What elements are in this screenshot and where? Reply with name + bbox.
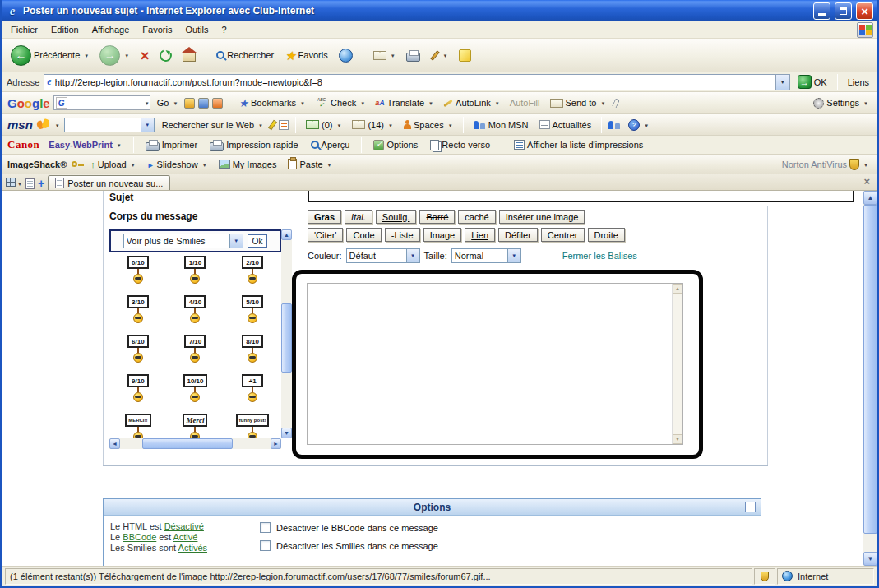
bbcode-button[interactable]: Code (346, 228, 381, 242)
page-scrollbar[interactable]: ▲ ▼ (863, 191, 877, 566)
smiley-item[interactable]: 9/10 (109, 374, 167, 411)
address-input[interactable]: http://2erep-legion.forumactif.com/post.… (44, 74, 789, 90)
scroll-down-icon[interactable]: ▼ (673, 434, 682, 444)
smiley-item[interactable]: 5/10 (224, 295, 281, 332)
scroll-right-icon[interactable]: ► (271, 438, 281, 449)
google-search-input[interactable] (53, 95, 150, 110)
form-fill-icon[interactable] (279, 120, 289, 130)
size-select-arrow-icon[interactable] (507, 249, 520, 262)
smiley-item[interactable]: funny post! (224, 414, 281, 438)
home-button[interactable] (179, 48, 199, 63)
mail-dropdown-icon[interactable] (391, 50, 396, 60)
norton-antivirus-button[interactable]: Norton AntiVirus (779, 158, 872, 171)
autolink-button[interactable]: AutoLink (440, 97, 503, 109)
my-images-button[interactable]: My Images (215, 159, 280, 170)
edit-button[interactable] (428, 49, 451, 62)
search-button[interactable]: Rechercher (213, 49, 277, 61)
smiley-item[interactable]: Merci (167, 414, 224, 438)
msn-mail-button[interactable]: (0) (303, 119, 345, 131)
smiley-item[interactable]: 2/10 (224, 256, 281, 293)
scroll-down-icon[interactable]: ▼ (863, 552, 877, 566)
msn-news-button[interactable]: Actualités (536, 119, 595, 131)
bbcode-button[interactable]: Lien (465, 228, 495, 242)
messenger-button[interactable] (456, 49, 474, 63)
minimize-button[interactable] (813, 2, 830, 20)
links-button[interactable]: Liens (844, 76, 872, 88)
menu-item[interactable]: Affichage (86, 23, 136, 36)
msn-help-button[interactable] (625, 118, 652, 132)
menu-item[interactable]: Fichier (4, 23, 44, 36)
smilies-horizontal-scrollbar[interactable]: ◄ ► (109, 438, 281, 449)
add-tab-icon[interactable] (38, 178, 44, 189)
msn-search-dropdown-icon[interactable] (141, 118, 154, 132)
smilies-status-link[interactable]: Activés (178, 543, 207, 553)
google-search-dropdown-icon[interactable] (145, 98, 150, 108)
smiley-item[interactable]: 8/10 (224, 335, 281, 372)
msn-spaces-button[interactable]: Spaces (400, 119, 456, 131)
back-button[interactable]: Précédente (7, 44, 92, 67)
canon-options-button[interactable]: Options (370, 139, 421, 151)
collapse-button[interactable]: - (745, 502, 756, 512)
go-button[interactable]: OK (794, 74, 830, 90)
menu-item[interactable]: ? (215, 23, 234, 36)
menu-item[interactable]: Outils (178, 23, 215, 36)
scroll-down-icon[interactable]: ▼ (281, 428, 292, 438)
edit-dropdown-icon[interactable] (443, 50, 448, 60)
smiley-item[interactable]: 6/10 (109, 335, 167, 372)
close-tags-link[interactable]: Fermer les Balises (562, 251, 637, 261)
smiley-item[interactable]: 7/10 (167, 335, 224, 372)
upload-button[interactable]: Upload (87, 159, 138, 170)
smilies-ok-button[interactable]: Ok (248, 234, 268, 248)
paste-button[interactable]: Paste (285, 158, 335, 170)
bookmarks-button[interactable]: Bookmarks (235, 97, 308, 109)
scroll-thumb[interactable] (863, 205, 877, 534)
favorites-button[interactable]: Favoris (281, 49, 331, 63)
bbcode-button[interactable]: Droite (588, 228, 625, 242)
smilies-vertical-scrollbar[interactable]: ▲ ▼ (281, 229, 292, 438)
canon-print-button[interactable]: Imprimer (142, 138, 201, 152)
stop-button[interactable] (136, 47, 152, 64)
smiley-item[interactable]: MERCI!! (109, 414, 167, 438)
scroll-thumb[interactable] (142, 438, 233, 449)
tab-close-icon[interactable] (863, 175, 870, 188)
menu-item[interactable]: Favoris (136, 23, 178, 36)
msn-messenger-button[interactable]: (14) (349, 119, 396, 131)
mon-msn-button[interactable]: Mon MSN (470, 119, 532, 131)
bbcode-button[interactable]: Centrer (541, 228, 585, 242)
menu-item[interactable]: Edition (44, 23, 86, 36)
disable-bbcode-checkbox[interactable] (260, 522, 271, 533)
bbcode-button[interactable]: Défiler (498, 228, 538, 242)
print-button[interactable] (403, 49, 423, 63)
bbcode-button[interactable]: caché (458, 210, 495, 224)
bbcode-button[interactable]: Gras (308, 210, 341, 224)
bbcode-button[interactable]: 'Citer' (308, 228, 343, 242)
bbcode-button[interactable]: Image (423, 228, 462, 242)
msn-web-search-button[interactable]: Rechercher sur le Web (159, 119, 266, 131)
smilies-select-arrow-icon[interactable] (229, 234, 243, 248)
slideshow-button[interactable]: Slideshow (144, 159, 210, 170)
autofill-button[interactable]: AutoFill (507, 97, 544, 109)
maximize-button[interactable] (835, 2, 852, 20)
scroll-thumb[interactable] (281, 303, 292, 373)
mail-button[interactable] (370, 49, 399, 61)
size-select[interactable]: Normal (451, 248, 521, 263)
bbcode-button[interactable]: Soulig. (376, 210, 417, 224)
bbcode-button[interactable]: Insérer une image (499, 210, 585, 224)
spellcheck-button[interactable]: Check (312, 97, 368, 109)
bbcode-button[interactable]: Ital. (345, 210, 372, 224)
scroll-up-icon[interactable]: ▲ (281, 229, 292, 240)
translate-button[interactable]: Translate (372, 97, 437, 109)
smilies-select[interactable]: Voir plus de Smilies (123, 234, 243, 248)
canon-print-list-button[interactable]: Afficher la liste d'impressions (511, 139, 646, 150)
scroll-up-icon[interactable]: ▲ (673, 284, 682, 294)
send-to-button[interactable]: Send to (547, 97, 609, 109)
color-select-arrow-icon[interactable] (406, 249, 419, 262)
bbcode-status-link[interactable]: Activé (173, 532, 197, 542)
close-button[interactable] (856, 2, 873, 20)
tab-active[interactable]: Poster un nouveau su... (48, 175, 170, 190)
color-select[interactable]: Défaut (346, 248, 420, 263)
easy-webprint-menu[interactable]: Easy-WebPrint (45, 139, 124, 150)
disable-smilies-checkbox[interactable] (260, 540, 271, 551)
textarea-scrollbar[interactable]: ▲ ▼ (672, 284, 682, 444)
smiley-item[interactable]: +1 (224, 374, 281, 411)
